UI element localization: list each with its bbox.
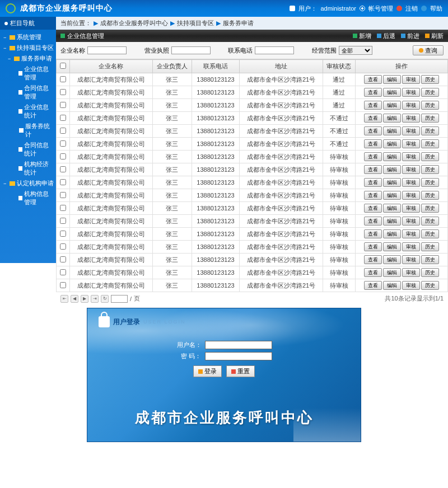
audit-button[interactable]: 审核 [402, 75, 420, 84]
help-link[interactable]: 帮助 [430, 4, 442, 13]
more-button[interactable]: 历史 [421, 281, 439, 290]
row-checkbox[interactable] [60, 153, 66, 159]
edit-button[interactable]: 编辑 [383, 88, 401, 97]
row-checkbox[interactable] [60, 76, 66, 82]
tree-item[interactable]: −系统管理 [2, 32, 54, 43]
edit-button[interactable]: 编辑 [383, 281, 401, 290]
logout-link[interactable]: 注销 [405, 4, 418, 13]
view-button[interactable]: 查看 [364, 281, 382, 290]
filter-name-input[interactable] [87, 46, 127, 54]
row-checkbox[interactable] [60, 205, 66, 211]
account-link[interactable]: 帐号管理 [368, 4, 393, 13]
audit-button[interactable]: 审核 [402, 217, 420, 226]
more-button[interactable]: 历史 [421, 165, 439, 174]
audit-button[interactable]: 审核 [402, 268, 420, 277]
edit-button[interactable]: 编辑 [383, 255, 401, 264]
edit-button[interactable]: 编辑 [383, 217, 401, 226]
more-button[interactable]: 历史 [421, 191, 439, 200]
tree-item[interactable]: 企业信息管理 [2, 64, 54, 83]
edit-button[interactable]: 编辑 [383, 268, 401, 277]
back-button[interactable]: 后退 [377, 32, 395, 40]
more-button[interactable]: 历史 [421, 255, 439, 264]
row-checkbox[interactable] [60, 282, 66, 288]
tree-item[interactable]: −认定机构申请 [2, 178, 54, 189]
edit-button[interactable]: 编辑 [383, 126, 401, 135]
reset-button[interactable]: 重置 [226, 365, 255, 377]
expand-icon[interactable]: − [3, 181, 8, 186]
edit-button[interactable]: 编辑 [383, 242, 401, 251]
search-button[interactable]: 查询 [413, 45, 444, 55]
edit-button[interactable]: 编辑 [383, 75, 401, 84]
view-button[interactable]: 查看 [364, 204, 382, 213]
view-button[interactable]: 查看 [364, 139, 382, 148]
audit-button[interactable]: 审核 [402, 281, 420, 290]
row-checkbox[interactable] [60, 115, 66, 121]
tree-item[interactable]: −扶持项目专区 [2, 43, 54, 53]
view-button[interactable]: 查看 [364, 268, 382, 277]
add-button[interactable]: 新增 [353, 32, 371, 40]
view-button[interactable]: 查看 [364, 114, 382, 123]
row-checkbox[interactable] [60, 140, 66, 147]
page-first-button[interactable]: ⇤ [60, 295, 68, 303]
view-button[interactable]: 查看 [364, 217, 382, 226]
row-checkbox[interactable] [60, 166, 66, 172]
edit-button[interactable]: 编辑 [383, 229, 401, 238]
audit-button[interactable]: 审核 [402, 178, 420, 187]
edit-button[interactable]: 编辑 [383, 114, 401, 123]
tree-item[interactable]: 合同信息统计 [2, 140, 54, 159]
view-button[interactable]: 查看 [364, 178, 382, 187]
view-button[interactable]: 查看 [364, 255, 382, 264]
forward-button[interactable]: 前进 [401, 32, 419, 40]
more-button[interactable]: 历史 [421, 268, 439, 277]
more-button[interactable]: 历史 [421, 152, 439, 161]
row-checkbox[interactable] [60, 102, 66, 108]
tree-item[interactable]: −服务券申请 [2, 53, 54, 64]
edit-button[interactable]: 编辑 [383, 204, 401, 213]
row-checkbox[interactable] [60, 192, 66, 198]
filter-license-input[interactable] [171, 46, 211, 54]
edit-button[interactable]: 编辑 [383, 165, 401, 174]
filter-phone-input[interactable] [255, 46, 294, 54]
tree-item[interactable]: 合同信息管理 [2, 83, 54, 102]
password-input[interactable] [205, 352, 272, 360]
expand-icon[interactable]: − [8, 56, 12, 62]
audit-button[interactable]: 审核 [402, 191, 420, 200]
view-button[interactable]: 查看 [364, 88, 382, 97]
audit-button[interactable]: 审核 [402, 204, 420, 213]
audit-button[interactable]: 审核 [402, 114, 420, 123]
edit-button[interactable]: 编辑 [383, 101, 401, 110]
breadcrumb-item[interactable]: 服务券申请 [223, 19, 254, 27]
more-button[interactable]: 历史 [421, 139, 439, 148]
more-button[interactable]: 历史 [421, 126, 439, 135]
view-button[interactable]: 查看 [364, 101, 382, 110]
expand-icon[interactable]: − [3, 35, 8, 40]
more-button[interactable]: 历史 [421, 88, 439, 97]
more-button[interactable]: 历史 [421, 114, 439, 123]
tree-item[interactable]: 机构信息管理 [2, 189, 54, 208]
edit-button[interactable]: 编辑 [383, 152, 401, 161]
select-all-checkbox[interactable] [60, 63, 66, 69]
tree-item[interactable]: 机构经济统计 [2, 159, 54, 178]
view-button[interactable]: 查看 [364, 191, 382, 200]
row-checkbox[interactable] [60, 89, 66, 95]
audit-button[interactable]: 审核 [402, 229, 420, 238]
more-button[interactable]: 历史 [421, 242, 439, 251]
view-button[interactable]: 查看 [364, 75, 382, 84]
audit-button[interactable]: 审核 [402, 101, 420, 110]
view-button[interactable]: 查看 [364, 165, 382, 174]
page-input[interactable] [111, 295, 128, 303]
username-input[interactable] [205, 341, 272, 349]
audit-button[interactable]: 审核 [402, 139, 420, 148]
edit-button[interactable]: 编辑 [383, 178, 401, 187]
edit-button[interactable]: 编辑 [383, 139, 401, 148]
row-checkbox[interactable] [60, 179, 66, 185]
page-refresh-button[interactable]: ↻ [101, 295, 109, 303]
view-button[interactable]: 查看 [364, 229, 382, 238]
view-button[interactable]: 查看 [364, 152, 382, 161]
tree-item[interactable]: 服务券统计 [2, 121, 54, 140]
row-checkbox[interactable] [60, 256, 66, 262]
expand-icon[interactable]: − [3, 45, 8, 51]
edit-button[interactable]: 编辑 [383, 191, 401, 200]
filter-scope-select[interactable]: 全部 [339, 46, 372, 55]
audit-button[interactable]: 审核 [402, 165, 420, 174]
